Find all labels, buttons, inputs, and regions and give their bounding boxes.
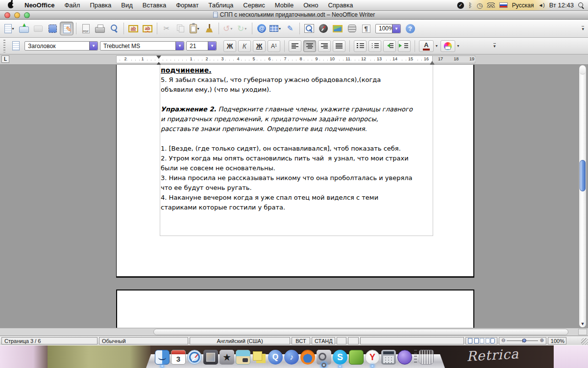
gallery-button[interactable]: [331, 22, 344, 35]
align-center-button[interactable]: [303, 40, 316, 52]
status-insert-mode[interactable]: ВСТ: [292, 337, 310, 344]
menu-clock[interactable]: Вт 12:43: [549, 1, 574, 9]
menu-item-view[interactable]: Вид: [116, 1, 138, 9]
page-preview-button[interactable]: [107, 22, 121, 35]
status-zoom-value[interactable]: 100%: [548, 337, 566, 344]
minimize-button[interactable]: [14, 12, 20, 18]
menu-item-tools[interactable]: Сервис: [238, 1, 270, 9]
zoom-in-icon[interactable]: ⊕: [539, 338, 543, 343]
close-button[interactable]: [4, 12, 10, 18]
zoom-slider[interactable]: ⊖ ⊕: [499, 337, 546, 344]
hyperlink-button[interactable]: @: [255, 22, 269, 35]
itunes-dock-icon[interactable]: ♪: [284, 350, 299, 365]
autospellcheck-button[interactable]: ab: [141, 22, 154, 35]
menu-item-help[interactable]: Справка: [323, 1, 358, 9]
zoom-out-icon[interactable]: ⊖: [501, 338, 505, 343]
time-machine-icon[interactable]: ◷: [477, 2, 483, 9]
book-view-icon[interactable]: [490, 338, 495, 343]
spellcheck-button[interactable]: ab: [126, 22, 140, 35]
tab-type-selector[interactable]: L: [1, 55, 9, 63]
italic-button[interactable]: К: [238, 40, 251, 52]
bold-button[interactable]: Ж: [223, 40, 236, 52]
vertical-scrollbar[interactable]: ▼: [579, 65, 587, 328]
input-language-label[interactable]: Русская: [512, 2, 534, 9]
document-text[interactable]: подчинение.5. Я забыл сказать(, что губе…: [161, 65, 433, 212]
apple-menu-icon[interactable]: [8, 2, 14, 8]
styles-panel-button[interactable]: [9, 39, 23, 53]
superscript-button[interactable]: A¹: [268, 40, 280, 52]
resize-grip[interactable]: [581, 338, 588, 345]
font-size-combo[interactable]: 21 ▼: [186, 41, 217, 51]
single-page-view-icon[interactable]: [468, 338, 472, 343]
multi-page-view-icon[interactable]: [474, 338, 479, 343]
save-button[interactable]: [31, 22, 45, 35]
input-language-flag-icon[interactable]: [499, 2, 508, 8]
status-selection-mode[interactable]: СТАНД: [312, 337, 335, 344]
menu-item-table[interactable]: Таблица: [203, 1, 238, 9]
redo-button[interactable]: ↻▾: [236, 22, 249, 35]
green-landscape-app-dock-icon[interactable]: [349, 350, 364, 365]
zoom-window-button[interactable]: [24, 12, 30, 18]
font-name-combo[interactable]: Trebuchet MS ▼: [100, 41, 184, 51]
finder-dock-icon[interactable]: [155, 350, 170, 365]
stickies-dock-icon[interactable]: [252, 350, 267, 365]
zoom-dropdown-icon[interactable]: ▼: [392, 25, 400, 33]
menu-item-insert[interactable]: Вставка: [138, 1, 171, 9]
highlighting-button[interactable]: [441, 40, 455, 52]
undo-button[interactable]: ↺▾: [221, 22, 235, 35]
status-hyperlink-mode[interactable]: [337, 337, 346, 344]
new-document-dropdown-icon[interactable]: ▾: [12, 26, 16, 31]
status-page-style[interactable]: Обычный: [99, 337, 188, 344]
paragraph-style-dropdown-icon[interactable]: ▼: [89, 42, 98, 50]
zoom-combo[interactable]: 100%▼: [375, 24, 401, 33]
standard-toolbar-overflow-icon[interactable]: ▾: [582, 26, 584, 31]
horizontal-scrollbar-thumb[interactable]: [153, 329, 568, 335]
purple-orb-app-dock-icon[interactable]: [397, 350, 412, 365]
align-left-button[interactable]: [289, 40, 301, 52]
scrollbar-split-handle[interactable]: [580, 66, 586, 75]
paragraph-style-combo[interactable]: Заголовок ▼: [24, 41, 98, 51]
photo-booth-dock-icon[interactable]: [203, 350, 218, 365]
nonprinting-characters-button[interactable]: ¶: [359, 22, 373, 35]
font-color-dropdown-icon[interactable]: ▾: [436, 44, 438, 48]
draw-functions-button[interactable]: ✎: [283, 22, 297, 35]
toolbar-drag-handle[interactable]: [3, 40, 5, 53]
find-replace-button[interactable]: [302, 22, 316, 35]
underline-button[interactable]: Ж: [253, 40, 266, 52]
status-language[interactable]: Английский (США): [190, 337, 290, 344]
menu-item-format[interactable]: Формат: [171, 1, 203, 9]
print-button[interactable]: [93, 22, 107, 35]
calendar-dock-icon[interactable]: 3: [171, 350, 186, 365]
font-size-dropdown-icon[interactable]: ▼: [208, 42, 216, 50]
insert-table-dropdown-icon[interactable]: ▾: [279, 26, 282, 31]
vertical-scrollbar-thumb[interactable]: [580, 160, 586, 191]
skype-dock-icon[interactable]: S: [333, 350, 347, 365]
align-right-button[interactable]: [318, 40, 331, 52]
indent-marker[interactable]: [156, 55, 162, 63]
imovie-dock-icon[interactable]: ★: [220, 350, 234, 365]
zoom-slider-thumb[interactable]: [522, 339, 526, 342]
firefox-dock-icon[interactable]: [300, 350, 315, 365]
wifi-icon[interactable]: [487, 2, 495, 8]
zoom-slider-track[interactable]: [507, 341, 538, 341]
spotlight-icon[interactable]: [578, 2, 584, 8]
menu-item-edit[interactable]: Правка: [85, 1, 116, 9]
highlighting-dropdown-icon[interactable]: ▾: [457, 44, 459, 48]
safari-dock-icon[interactable]: [187, 350, 202, 365]
new-document-button[interactable]: ▾: [3, 22, 17, 35]
quicktime-dock-icon[interactable]: Q: [268, 350, 283, 365]
decrease-indent-button[interactable]: [383, 40, 396, 52]
format-paintbrush-button[interactable]: [202, 22, 216, 35]
data-sources-button[interactable]: [345, 22, 359, 35]
increase-indent-button[interactable]: [398, 40, 411, 52]
yandex-dock-icon[interactable]: Y: [365, 350, 380, 365]
edit-file-button[interactable]: [60, 22, 74, 35]
copy-button[interactable]: [174, 22, 188, 35]
gears-app-dock-icon[interactable]: [317, 350, 331, 365]
open-button[interactable]: [17, 22, 31, 35]
trash-dock-icon[interactable]: [419, 350, 434, 365]
status-modified-flag[interactable]: [348, 337, 359, 344]
redo-dropdown-icon[interactable]: ▾: [245, 26, 248, 31]
bluetooth-icon[interactable]: ᛒ: [468, 2, 472, 8]
undo-dropdown-icon[interactable]: ▾: [230, 26, 234, 31]
